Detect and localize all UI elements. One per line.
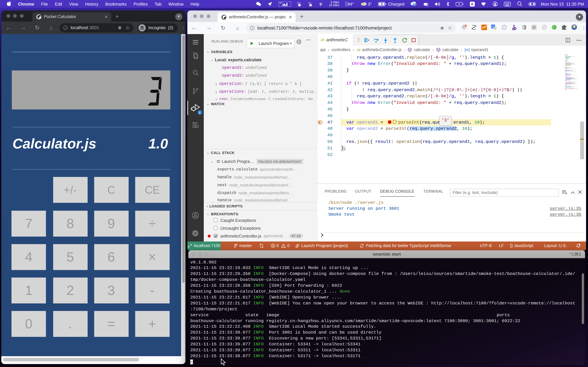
svg-text:CPU: CPU <box>279 2 283 4</box>
svg-text:SSD: SSD <box>308 2 311 4</box>
svg-text:MEM: MEM <box>297 2 301 4</box>
